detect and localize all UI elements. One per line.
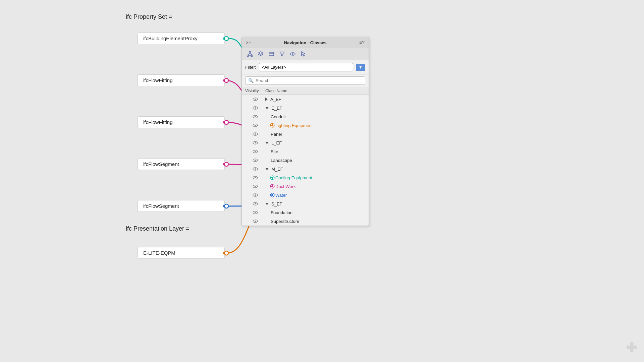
node-dot-pink-2 <box>222 120 226 124</box>
node-ifc-building-element-proxy: ifcBuildingElementProxy <box>138 33 225 44</box>
classname-m-ef: M_EF <box>265 167 365 172</box>
row-foundation[interactable]: Foundation <box>242 208 369 217</box>
row-s-ef[interactable]: S_EF <box>242 199 369 208</box>
vis-icon-duct[interactable] <box>245 184 265 188</box>
vis-icon-foundation[interactable] <box>245 210 265 215</box>
layers-icon[interactable] <box>256 50 265 58</box>
classname-lighting-equipment: Lighting Equipment <box>265 123 365 128</box>
svg-point-42 <box>255 177 256 178</box>
classname-e-ef: E_EF <box>265 106 365 111</box>
svg-marker-22 <box>302 52 305 56</box>
classes-icon[interactable] <box>267 50 276 58</box>
classname-duct-work: Duct Work <box>265 184 365 189</box>
classname-panel: Panel <box>265 132 365 137</box>
vis-icon-conduit[interactable] <box>245 115 265 119</box>
classname-water: Water <box>265 193 365 198</box>
filter-select[interactable]: <All Layers> <box>259 63 354 71</box>
svg-point-21 <box>292 53 293 55</box>
add-button[interactable]: + <box>249 40 251 45</box>
filter-label: Filter: <box>245 65 256 70</box>
svg-point-36 <box>255 151 256 152</box>
row-a-ef[interactable]: A_EF <box>242 95 369 104</box>
class-rows: A_EF E_EF Conduit <box>242 95 369 226</box>
property-set-label: ifc Property Set = <box>126 13 172 20</box>
menu-button[interactable]: ≡ <box>359 40 362 45</box>
classname-conduit: Conduit <box>265 114 365 119</box>
svg-point-48 <box>255 203 256 204</box>
row-cooling-equipment[interactable]: Cooling Equipment <box>242 173 369 182</box>
node-dot-pink-1 <box>222 78 226 82</box>
row-l-ef[interactable]: L_EF <box>242 138 369 147</box>
svg-point-38 <box>255 160 256 161</box>
filter-icon[interactable] <box>277 50 287 58</box>
node-e-lite-eqpm: E-LITE-EQPM <box>138 247 225 259</box>
filter-row: Filter: <All Layers> ▼ <box>242 60 369 74</box>
svg-point-30 <box>255 125 256 126</box>
vis-icon-panel[interactable] <box>245 132 265 136</box>
node-ifc-flow-fitting-1: ifcFlowFitting <box>138 74 225 86</box>
classname-cooling-equipment: Cooling Equipment <box>265 175 365 180</box>
row-conduit[interactable]: Conduit <box>242 112 369 121</box>
row-e-ef[interactable]: E_EF <box>242 104 369 112</box>
node-ifc-flow-fitting-2: ifcFlowFitting <box>138 116 225 128</box>
classname-landscape: Landscape <box>265 158 365 163</box>
svg-point-46 <box>255 194 256 196</box>
search-input[interactable] <box>256 78 362 83</box>
triangle-e-ef <box>265 107 269 109</box>
svg-line-14 <box>250 53 252 55</box>
col-classname-header: Class Name <box>265 88 365 93</box>
help-button[interactable]: ? <box>362 40 365 45</box>
node-ifc-flow-segment-2: ifcFlowSegment <box>138 200 225 212</box>
presentation-layer-label: ifc Presentation Layer = <box>126 225 190 232</box>
svg-line-13 <box>248 53 250 55</box>
svg-point-32 <box>255 133 256 135</box>
panel-toolbar <box>242 48 369 60</box>
row-superstructure[interactable]: Superstructure <box>242 217 369 226</box>
search-row: 🔍 <box>242 74 369 87</box>
row-lighting-equipment[interactable]: Lighting Equipment <box>242 121 369 130</box>
triangle-l-ef <box>265 142 269 144</box>
table-header: Visibilty Class Name <box>242 87 369 95</box>
vis-icon-superstructure[interactable] <box>245 219 265 223</box>
close-button[interactable]: × <box>246 40 249 45</box>
vis-icon-site[interactable] <box>245 149 265 154</box>
row-panel[interactable]: Panel <box>242 130 369 138</box>
dot-water <box>271 193 274 197</box>
node-dot-orange <box>222 251 226 255</box>
vis-icon-water[interactable] <box>245 193 265 197</box>
vis-icon-l-ef[interactable] <box>245 141 265 145</box>
vis-icon-m-ef[interactable] <box>245 167 265 171</box>
vis-icon-landscape[interactable] <box>245 158 265 162</box>
dot-cooling <box>271 176 274 179</box>
node-ifc-flow-segment-1: ifcFlowSegment <box>138 158 225 170</box>
row-landscape[interactable]: Landscape <box>242 156 369 165</box>
col-visibility-header: Visibilty <box>245 88 265 93</box>
filter-dropdown-arrow[interactable]: ▼ <box>356 64 365 71</box>
svg-point-50 <box>255 212 256 213</box>
classname-site: Site <box>265 149 365 154</box>
row-m-ef[interactable]: M_EF <box>242 165 369 173</box>
visibility-icon[interactable] <box>288 50 298 58</box>
row-water[interactable]: Water <box>242 191 369 199</box>
row-site[interactable]: Site <box>242 147 369 156</box>
triangle-s-ef <box>265 203 269 205</box>
watermark: ✚ <box>626 340 637 355</box>
dot-lighting <box>271 124 274 127</box>
svg-point-40 <box>255 168 256 170</box>
vis-icon-cooling[interactable] <box>245 176 265 180</box>
vis-icon-lighting[interactable] <box>245 123 265 127</box>
classname-foundation: Foundation <box>265 210 365 215</box>
node-dot-teal <box>222 37 226 41</box>
vis-icon-a-ef[interactable] <box>245 97 265 101</box>
vis-icon-s-ef[interactable] <box>245 202 265 206</box>
search-box: 🔍 <box>245 76 365 85</box>
navigation-panel: × + Navigation - Classes ≡ ? <box>241 37 369 226</box>
node-graph: ifc Property Set = ifcBuildingElementPro… <box>0 0 245 362</box>
triangle-m-ef <box>265 168 269 170</box>
selection-icon[interactable] <box>299 50 308 58</box>
row-duct-work[interactable]: Duct Work <box>242 182 369 191</box>
vis-icon-e-ef[interactable] <box>245 106 265 110</box>
network-icon[interactable] <box>245 50 255 58</box>
classname-superstructure: Superstructure <box>265 219 365 224</box>
search-icon: 🔍 <box>248 78 254 83</box>
